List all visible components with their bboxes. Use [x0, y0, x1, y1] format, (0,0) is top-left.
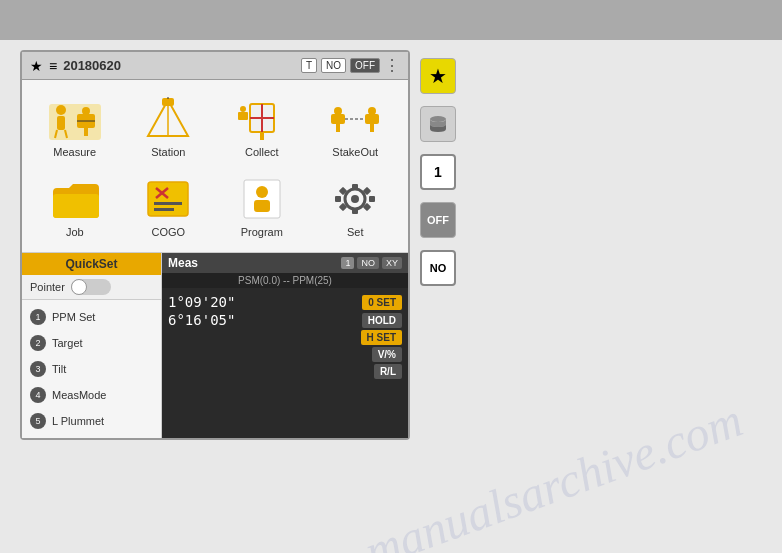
collect-icon-box	[232, 94, 292, 144]
meas-row-2: 6°16'05" HOLD	[168, 312, 402, 328]
quickset-item-lplummet[interactable]: 5 L Plummet	[22, 408, 161, 434]
meas-btn-1[interactable]: 1	[341, 257, 354, 269]
svg-point-6	[82, 107, 90, 115]
measmode-num: 4	[30, 387, 46, 403]
quickset-item-ppm[interactable]: 1 PPM Set	[22, 304, 161, 330]
svg-point-1	[56, 105, 66, 115]
header-dots-icon[interactable]: ⋮	[384, 56, 400, 75]
header-left: ★ ≡ 20180620	[30, 58, 121, 74]
meas-btn-xy[interactable]: XY	[382, 257, 402, 269]
db-header-icon: ≡	[49, 58, 57, 74]
device-header: ★ ≡ 20180620 T NO OFF ⋮	[22, 52, 408, 80]
program-icon-box	[232, 174, 292, 224]
station-label: Station	[151, 146, 185, 158]
header-t-button[interactable]: T	[301, 58, 317, 73]
main-area: ★ ≡ 20180620 T NO OFF ⋮	[0, 40, 782, 450]
quickset-panel: QuickSet Pointer 1 PPM Set 2 Target	[22, 253, 162, 438]
header-no-button[interactable]: NO	[321, 58, 346, 73]
icons-grid: Measure Station	[22, 80, 408, 252]
header-off-button[interactable]: OFF	[350, 58, 380, 73]
svg-rect-12	[162, 98, 174, 106]
meas-row-1: 1°09'20" 0 SET	[168, 294, 402, 310]
header-date: 20180620	[63, 58, 121, 73]
svg-rect-38	[352, 184, 358, 190]
stakeout-icon-item[interactable]: StakeOut	[311, 88, 401, 164]
svg-rect-33	[244, 180, 280, 218]
svg-rect-39	[352, 208, 358, 214]
program-icon-item[interactable]: Program	[217, 168, 307, 244]
job-icon-box	[45, 174, 105, 224]
sidebar-db-button[interactable]	[420, 106, 456, 142]
measure-icon-box	[45, 94, 105, 144]
svg-point-19	[240, 106, 246, 112]
collect-svg	[234, 96, 290, 142]
bottom-section: QuickSet Pointer 1 PPM Set 2 Target	[22, 252, 408, 438]
meas-btn-no[interactable]: NO	[357, 257, 379, 269]
cogo-svg	[140, 176, 196, 222]
station-icon-item[interactable]: Station	[124, 88, 214, 164]
meas-row-4: V/%	[168, 347, 402, 362]
measmode-text: MeasMode	[52, 389, 106, 401]
cogo-label: COGO	[151, 226, 185, 238]
tilt-text: Tilt	[52, 363, 66, 375]
quickset-item-target[interactable]: 2 Target	[22, 330, 161, 356]
svg-rect-24	[365, 114, 379, 124]
target-text: Target	[52, 337, 83, 349]
svg-rect-41	[369, 196, 375, 202]
cogo-icon-item[interactable]: COGO	[124, 168, 214, 244]
svg-rect-31	[154, 202, 182, 205]
sidebar-1-button[interactable]: 1	[420, 154, 456, 190]
job-icon-item[interactable]: Job	[30, 168, 120, 244]
svg-rect-20	[331, 114, 345, 124]
svg-rect-40	[335, 196, 341, 202]
quickset-pointer-row: Pointer	[22, 275, 161, 300]
program-svg	[234, 176, 290, 222]
station-svg	[140, 96, 196, 142]
cogo-icon-box	[138, 174, 198, 224]
svg-rect-32	[154, 208, 174, 211]
ppm-num: 1	[30, 309, 46, 325]
svg-rect-35	[254, 200, 270, 212]
quickset-header: QuickSet	[22, 253, 161, 275]
quickset-item-tilt[interactable]: 3 Tilt	[22, 356, 161, 382]
meas-value-1: 1°09'20"	[168, 294, 235, 310]
meas-hset-button[interactable]: H SET	[361, 330, 402, 345]
collect-icon-item[interactable]: Collect	[217, 88, 307, 164]
meas-rows: 1°09'20" 0 SET 6°16'05" HOLD H SET V/%	[162, 288, 408, 385]
sidebar-no-button[interactable]: NO	[420, 250, 456, 286]
meas-hold-button[interactable]: HOLD	[362, 313, 402, 328]
database-icon	[428, 114, 448, 134]
header-buttons: T NO OFF ⋮	[301, 56, 400, 75]
stakeout-icon-box	[325, 94, 385, 144]
lplummet-text: L Plummet	[52, 415, 104, 427]
top-bar	[0, 0, 782, 40]
job-label: Job	[66, 226, 84, 238]
sidebar-off-button[interactable]: OFF	[420, 202, 456, 238]
svg-point-25	[368, 107, 376, 115]
set-icon-item[interactable]: Set	[311, 168, 401, 244]
measure-icon-item[interactable]: Measure	[30, 88, 120, 164]
svg-rect-18	[238, 112, 248, 120]
meas-rl-button[interactable]: R/L	[374, 364, 402, 379]
meas-vpct-button[interactable]: V/%	[372, 347, 402, 362]
meas-value-2: 6°16'05"	[168, 312, 235, 328]
station-icon-box	[138, 94, 198, 144]
ppm-text: PPM Set	[52, 311, 95, 323]
set-svg	[327, 176, 383, 222]
device-panel: ★ ≡ 20180620 T NO OFF ⋮	[20, 50, 410, 440]
measure-svg	[47, 96, 103, 142]
job-svg	[47, 176, 103, 222]
target-num: 2	[30, 335, 46, 351]
meas-0set-button[interactable]: 0 SET	[362, 295, 402, 310]
star-header-icon[interactable]: ★	[30, 58, 43, 74]
measure-label: Measure	[53, 146, 96, 158]
svg-rect-26	[370, 124, 374, 132]
sidebar-star-button[interactable]: ★	[420, 58, 456, 94]
pointer-toggle[interactable]	[71, 279, 111, 295]
stakeout-label: StakeOut	[332, 146, 378, 158]
svg-point-46	[430, 116, 446, 122]
program-label: Program	[241, 226, 283, 238]
meas-psm: PSM(0.0) -- PPM(25)	[162, 273, 408, 288]
quickset-item-measmode[interactable]: 4 MeasMode	[22, 382, 161, 408]
right-sidebar: ★ 1 OFF NO	[420, 50, 456, 440]
